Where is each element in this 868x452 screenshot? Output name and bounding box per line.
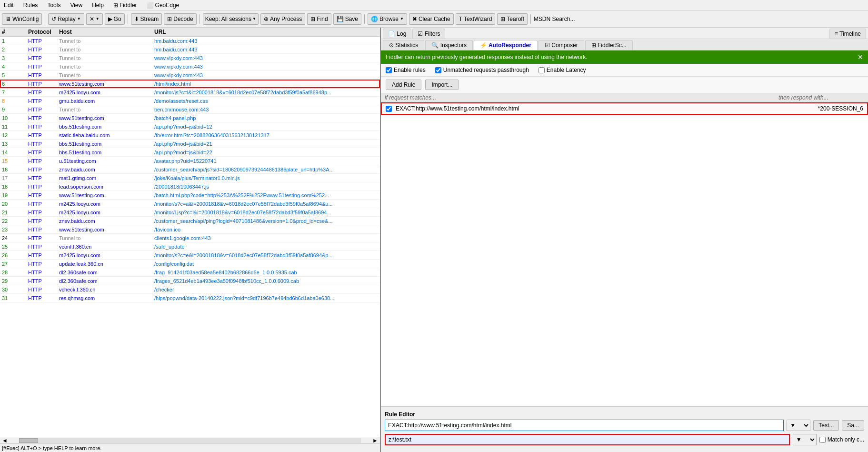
table-row[interactable]: 4 HTTP Tunnel to www.vipkdy.com:443 [0,62,380,71]
url-cell: hm.baidu.com:443 [154,47,378,52]
table-row[interactable]: 20 HTTP m2425.looyu.com /monitor/s?c=a&i… [0,200,380,208]
menu-help[interactable]: Help [90,1,106,9]
table-row[interactable]: 27 HTTP update.leak.360.cn /config/confi… [0,260,380,268]
remove-icon: ✕ [90,16,94,22]
browse-button[interactable]: 🌐 Browse ▼ [368,13,407,25]
table-row[interactable]: 25 HTTP vconf.f.360.cn /safe_update [0,242,380,251]
rules-list[interactable]: EXACT:http://www.51testing.com/html/inde… [381,102,868,407]
result-cell: 21 [2,210,28,215]
rule-editor-input-1[interactable] [385,420,784,431]
horizontal-scrollbar[interactable]: ◄ ► [0,437,380,443]
import-button[interactable]: Import... [425,80,459,90]
tab-inspectors[interactable]: 🔍 Inspectors [425,40,473,50]
menu-tools[interactable]: Tools [45,1,62,9]
result-cell: 31 [2,295,28,301]
winconfig-button[interactable]: 🖥 WinConfig [2,13,42,25]
tab-statistics[interactable]: ⊙ Statistics [383,40,424,50]
clear-cache-icon: ✖ [412,16,417,22]
tab-timeline[interactable]: ≡ Timeline [829,29,866,39]
table-row[interactable]: 8 HTTP gmu.baidu.com /demo/assets/reset.… [0,97,380,105]
save-button[interactable]: 💾 Save [333,13,361,25]
statistics-label: Statistics [395,42,418,49]
tab-filters[interactable]: ☑ Filters [412,29,445,39]
decode-button[interactable]: ⊞ Decode [164,13,196,25]
tearoff-button[interactable]: ⊞ Tearoff [497,13,527,25]
table-row[interactable]: 2 HTTP Tunnel to hm.baidu.com:443 [0,45,380,54]
any-process-button[interactable]: ⊕ Any Process [260,13,305,25]
remove-button[interactable]: ✕ ▼ [86,13,103,25]
add-rule-button[interactable]: Add Rule [386,80,421,90]
table-row[interactable]: 21 HTTP m2425.looyu.com /monitor/l.jsp?c… [0,208,380,217]
status-bar: [#Exec] ALT+O > type HELP to learn more. [0,443,380,452]
tab-fiddlersc[interactable]: ⊞ FiddlerSc... [585,40,633,50]
table-row[interactable]: 1 HTTP Tunnel to hm.baidu.com:443 [0,37,380,45]
replay-button[interactable]: ↺ Replay ▼ [48,13,84,25]
table-row[interactable]: 29 HTTP dl2.360safe.com /fragex_6521d4eb… [0,277,380,285]
test-button[interactable]: Test... [813,420,839,431]
table-row[interactable]: 13 HTTP bbs.51testing.com /api.php?mod=j… [0,140,380,148]
go-button[interactable]: ▶ Go [105,13,125,25]
stream-button[interactable]: ⬇ Stream [131,13,162,25]
text-wizard-button[interactable]: T TextWizard [456,13,496,25]
table-row[interactable]: 7 HTTP m2425.looyu.com /monitor/js?c=l&i… [0,88,380,97]
table-row[interactable]: 19 HTTP www.51testing.com /batch.html.ph… [0,191,380,200]
unmatched-passthrough-input[interactable] [435,67,441,73]
url-cell: clients1.google.com:443 [154,235,378,241]
tab-autoresponder[interactable]: ⚡ AutoResponder [474,40,538,50]
table-row[interactable]: 16 HTTP znsv.baidu.com /customer_search/… [0,165,380,174]
scroll-thumb[interactable] [19,438,38,443]
scroll-left-arrow[interactable]: ◄ [0,437,10,444]
enable-rules-input[interactable] [386,67,392,73]
table-row[interactable]: 23 HTTP www.51testing.com /favicon.ico [0,225,380,234]
table-row[interactable]: 31 HTTP res.qhmsg.com /hips/popwnd/data-… [0,294,380,302]
menu-fiddler[interactable]: ⊞ Fiddler [111,1,139,9]
table-row[interactable]: 12 HTTP static.tieba.baidu.com /tb/error… [0,131,380,140]
result-cell: 24 [2,235,28,241]
table-row[interactable]: 28 HTTP dl2.360safe.com /frag_914241f03a… [0,268,380,277]
table-row[interactable]: 6 HTTP www.51testing.com /html/index.htm… [0,80,380,88]
save-rule-button[interactable]: Sa... [842,420,864,431]
table-row[interactable]: 10 HTTP www.51testing.com /batch4.panel.… [0,114,380,122]
match-only-input[interactable] [819,437,826,443]
table-row[interactable]: 5 HTTP Tunnel to www.vipkdy.com:443 [0,71,380,80]
url-cell: www.vipkdy.com:443 [154,72,378,78]
scroll-right-arrow[interactable]: ► [370,437,380,444]
table-row[interactable]: 9 HTTP Tunnel to ben.crxmouse.com:443 [0,105,380,114]
table-row[interactable]: 24 HTTP Tunnel to clients1.google.com:44… [0,234,380,242]
keep-dropdown[interactable]: Keep: All sessions ▼ [203,13,259,25]
menu-rules[interactable]: Rules [21,1,40,9]
menu-geoedge[interactable]: ⬜ GeoEdge [145,1,181,9]
clear-cache-button[interactable]: ✖ Clear Cache [409,13,454,25]
autoresponder-panel: Fiddler can return previously generated … [381,50,868,452]
table-row[interactable]: 26 HTTP m2425.looyu.com /monitor/s?c=e&i… [0,251,380,260]
tab-log[interactable]: 📄 Log [383,29,411,39]
rule-editor-select-2[interactable]: ▼ [793,434,817,445]
host-cell: Tunnel to [59,64,154,70]
rule-editor-select-1[interactable]: ▼ [787,420,810,431]
result-cell: 18 [2,184,28,190]
table-row[interactable]: 17 HTTP mat1.gtimg.com /joke/Koala/plus/… [0,174,380,182]
enable-latency-checkbox[interactable]: Enable Latency [539,67,586,73]
table-row[interactable]: 18 HTTP lead.soperson.com /20001818/1006… [0,182,380,191]
enable-rules-checkbox[interactable]: Enable rules [386,67,426,73]
enable-latency-input[interactable] [539,67,545,73]
menu-view[interactable]: View [68,1,84,9]
menu-edit[interactable]: Edit [2,1,16,9]
rule-editor-input-2[interactable] [385,434,790,445]
table-row[interactable]: 30 HTTP vcheck.f.360.cn /checker [0,285,380,294]
table-row[interactable]: 11 HTTP bbs.51testing.com /api.php?mod=j… [0,122,380,131]
table-row[interactable]: 15 HTTP u.51testing.com /avatar.php?uid=… [0,157,380,165]
find-button[interactable]: ⊞ Find [307,13,331,25]
table-row[interactable]: 22 HTTP znsv.baidu.com /customer_search/… [0,217,380,225]
match-only-checkbox[interactable]: Match only c... [819,436,864,443]
tab-composer[interactable]: ☑ Composer [539,40,584,50]
table-row[interactable]: 3 HTTP Tunnel to www.vipkdy.com:443 [0,54,380,62]
table-row[interactable]: 14 HTTP bbs.51testing.com /api.php?mod=j… [0,148,380,157]
ar-banner-close[interactable]: ✕ [858,53,863,61]
unmatched-passthrough-checkbox[interactable]: Unmatched requests passthrough [435,67,529,73]
rule-checkbox[interactable] [386,106,392,112]
rule-row[interactable]: EXACT:http://www.51testing.com/html/inde… [381,102,868,115]
decode-icon: ⊞ [167,16,172,22]
session-list[interactable]: 1 HTTP Tunnel to hm.baidu.com:443 2 HTTP… [0,37,380,437]
url-cell: /20001818/10063447.js [154,184,378,190]
